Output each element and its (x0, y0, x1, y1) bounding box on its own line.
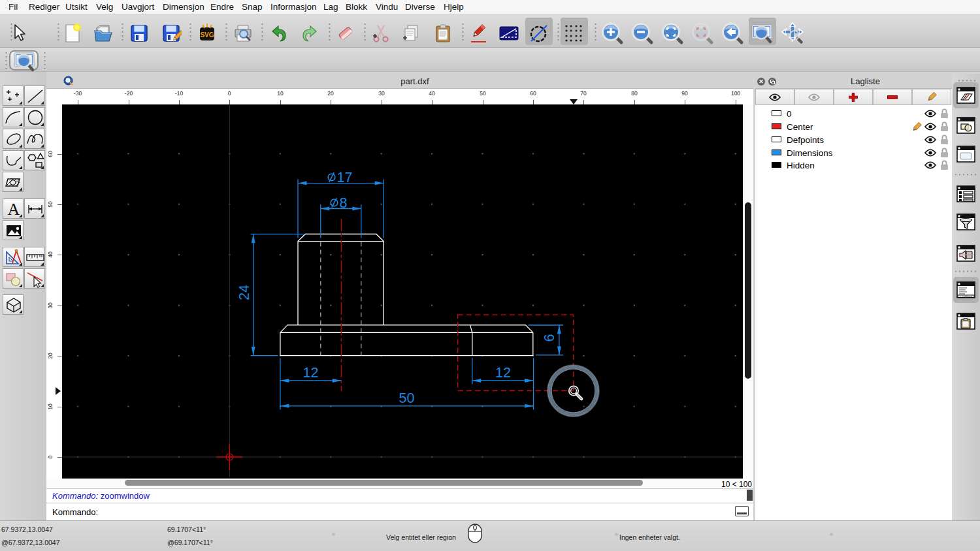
svg-text:SVG: SVG (200, 31, 214, 39)
svg-text:A: A (8, 200, 20, 219)
svg-text:50: 50 (399, 390, 415, 406)
svg-text:12: 12 (303, 365, 319, 381)
svg-text:12: 12 (495, 365, 511, 381)
svg-text:6: 6 (542, 334, 557, 341)
svg-text:24: 24 (237, 285, 252, 300)
svg-text:17: 17 (337, 170, 353, 185)
svg-text:c command: c command (960, 295, 972, 298)
svg-text:8: 8 (340, 195, 348, 211)
